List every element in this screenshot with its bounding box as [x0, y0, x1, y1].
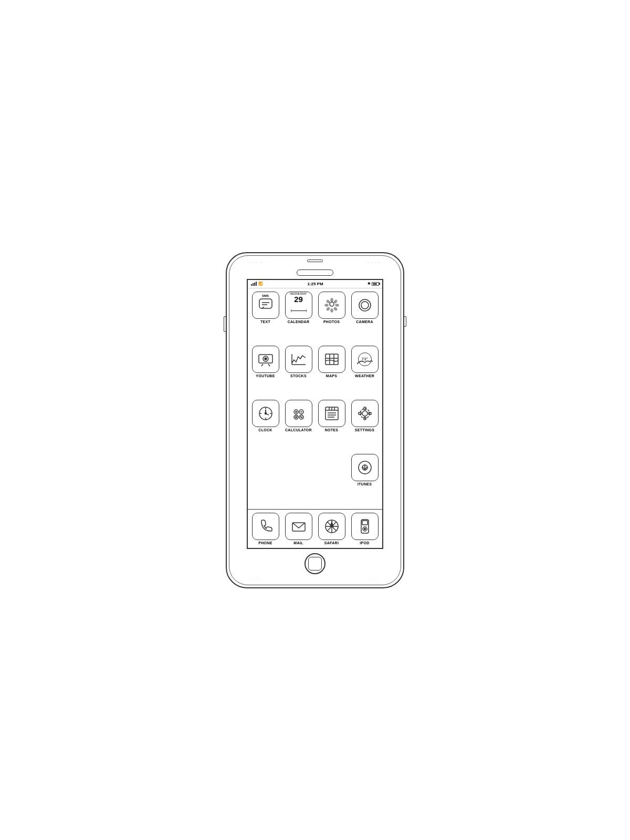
- app-stocks[interactable]: STOCKS: [283, 346, 314, 398]
- camera-icon: [351, 292, 379, 319]
- stocks-label: STOCKS: [290, 374, 307, 378]
- bottom-speaker-left: · · · ·: [250, 578, 261, 581]
- battery-fill: [373, 283, 377, 285]
- safari-label: SAFARI: [324, 541, 339, 545]
- text-label: TEXT: [260, 320, 270, 324]
- bluetooth-icon: ✱: [368, 282, 371, 286]
- svg-rect-59: [359, 412, 361, 414]
- svg-point-14: [326, 299, 330, 303]
- weather-label: WEATHER: [355, 374, 374, 378]
- safari-icon: [318, 513, 345, 540]
- status-left: 📶: [251, 282, 263, 286]
- photos-label: PHOTOS: [323, 320, 340, 324]
- svg-point-13: [325, 304, 328, 306]
- status-time: 1:25 PM: [307, 282, 323, 286]
- bottom-speaker-right: · · · ·: [369, 578, 381, 581]
- settings-icon: [351, 400, 379, 427]
- weather-icon: 73°: [351, 346, 379, 373]
- youtube-label: YOUTUBE: [256, 374, 275, 378]
- signal-bars: [251, 282, 257, 286]
- app-weather[interactable]: 73° WEATHER: [349, 346, 380, 398]
- svg-rect-72: [362, 521, 368, 525]
- dock-safari[interactable]: SAFARI: [316, 513, 347, 545]
- bottom-speakers: · · · · · · · ·: [245, 578, 386, 581]
- svg-point-21: [265, 358, 267, 360]
- app-settings[interactable]: SETTINGS: [349, 400, 380, 452]
- ipod-icon: [351, 513, 379, 540]
- dock: PHONE MAIL: [248, 509, 382, 548]
- svg-line-19: [261, 364, 263, 366]
- svg-line-20: [268, 364, 270, 366]
- app-camera[interactable]: CAMERA: [349, 292, 380, 344]
- calendar-date: 29: [294, 295, 303, 303]
- app-itunes[interactable]: ITUNES: [349, 454, 380, 506]
- svg-point-55: [362, 411, 368, 416]
- calculator-icon: [285, 400, 312, 427]
- home-button-inner: [308, 557, 322, 571]
- text-icon: SMS: [252, 292, 279, 319]
- iphone: · · · · · · · · 📶 1:25 PM: [226, 252, 404, 588]
- maps-icon: [318, 346, 345, 373]
- top-dots-left: · · · ·: [250, 261, 262, 264]
- app-grid: SMS TEXT WEDNESDAY 29 CA: [248, 288, 382, 509]
- phone-label: PHONE: [258, 541, 272, 545]
- status-bar: 📶 1:25 PM ✱: [248, 280, 382, 288]
- calendar-label: CALENDAR: [288, 320, 310, 324]
- dock-phone[interactable]: PHONE: [250, 513, 281, 545]
- svg-point-74: [364, 528, 365, 530]
- svg-point-6: [330, 302, 334, 306]
- phone-icon: [252, 513, 279, 540]
- bottom-area: · · · · · · · ·: [227, 549, 403, 587]
- calendar-icon: WEDNESDAY 29: [285, 292, 312, 319]
- itunes-icon: [351, 454, 379, 481]
- dock-ipod[interactable]: IPOD: [349, 513, 380, 545]
- photos-icon: [318, 292, 345, 319]
- svg-point-9: [335, 304, 339, 306]
- top-speaker-slot: [307, 260, 323, 262]
- calculator-label: CALCULATOR: [285, 428, 312, 432]
- app-youtube[interactable]: YOUTUBE: [250, 346, 281, 398]
- app-calendar[interactable]: WEDNESDAY 29 CALENDAR: [283, 292, 314, 344]
- app-notes[interactable]: NOTES: [316, 400, 347, 452]
- svg-rect-0: [259, 299, 272, 308]
- camera-label: CAMERA: [356, 320, 373, 324]
- earpiece: [297, 269, 333, 276]
- notes-label: NOTES: [325, 428, 339, 432]
- top-dots-right: · · · ·: [368, 261, 381, 264]
- app-maps[interactable]: MAPS: [316, 346, 347, 398]
- svg-point-11: [331, 309, 333, 312]
- home-button[interactable]: [304, 553, 326, 574]
- maps-label: MAPS: [326, 374, 337, 378]
- ipod-label: IPOD: [360, 541, 369, 545]
- itunes-label: ITUNES: [358, 482, 372, 486]
- svg-point-8: [333, 299, 337, 303]
- svg-point-10: [333, 307, 337, 310]
- app-photos[interactable]: PHOTOS: [316, 292, 347, 344]
- clock-icon: [252, 400, 279, 427]
- wifi-icon: 📶: [258, 282, 263, 286]
- top-speaker-area: · · · · · · · ·: [245, 260, 386, 265]
- svg-rect-24: [326, 354, 338, 365]
- svg-point-12: [326, 307, 330, 310]
- app-clock[interactable]: CLOCK: [250, 400, 281, 452]
- volume-button[interactable]: [224, 316, 226, 332]
- mail-icon: [285, 513, 312, 540]
- mail-label: MAIL: [293, 541, 303, 545]
- clock-label: CLOCK: [258, 428, 272, 432]
- top-area: · · · · · · · ·: [227, 253, 403, 279]
- youtube-icon: [252, 346, 279, 373]
- phone-container: · · · · · · · · 📶 1:25 PM: [226, 252, 404, 588]
- battery-icon: [372, 282, 379, 286]
- status-right: ✱: [368, 282, 379, 286]
- svg-point-7: [331, 298, 333, 302]
- app-text[interactable]: SMS TEXT: [250, 292, 281, 344]
- stocks-icon: [285, 346, 312, 373]
- notes-icon: [318, 400, 345, 427]
- power-button[interactable]: [404, 316, 406, 327]
- svg-point-15: [361, 302, 369, 309]
- dock-mail[interactable]: MAIL: [283, 513, 314, 545]
- svg-point-35: [265, 412, 266, 414]
- svg-marker-70: [330, 522, 333, 526]
- app-calculator[interactable]: CALCULATOR: [283, 400, 314, 452]
- settings-label: SETTINGS: [355, 428, 374, 432]
